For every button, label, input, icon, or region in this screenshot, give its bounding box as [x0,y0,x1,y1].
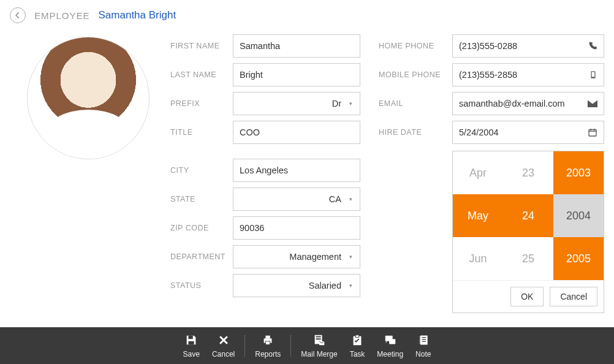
first-name-field[interactable]: Samantha [233,34,360,58]
page-title: Samantha Bright [99,9,176,21]
zip-label: ZIP CODE [170,224,227,232]
dp-year-2[interactable]: 2005 [553,237,604,280]
close-icon [218,333,230,347]
chevron-down-icon: ▾ [347,282,354,289]
dp-day-0[interactable]: 23 [503,151,553,194]
title-field[interactable]: COO [233,121,360,144]
dp-month-0[interactable]: Apr [453,151,503,194]
svg-rect-3 [189,336,193,339]
department-select[interactable]: Management▾ [233,245,360,268]
city-label: CITY [170,166,227,175]
svg-point-22 [419,343,420,344]
note-icon [417,333,430,347]
svg-point-21 [419,341,420,342]
page-header: EMPLOYEE Samantha Bright [0,0,614,31]
reports-button[interactable]: Reports [249,333,287,358]
svg-rect-14 [389,339,395,344]
meeting-icon [384,333,397,347]
zip-field[interactable]: 90036 [233,216,360,240]
status-select[interactable]: Salaried▾ [233,274,360,297]
dp-year-1[interactable]: 2004 [553,194,604,237]
meeting-button[interactable]: Meeting [371,333,409,358]
svg-rect-15 [420,336,428,345]
mailmerge-icon [313,333,326,347]
svg-rect-18 [422,341,426,342]
svg-rect-6 [266,336,270,339]
email-label: EMAIL [379,99,446,108]
svg-rect-7 [266,341,270,345]
date-picker-cancel-button[interactable]: Cancel [550,287,597,306]
mobile-phone-field[interactable]: (213)555-2858 [452,63,604,86]
department-label: DEPARTMENT [170,252,227,261]
date-picker-ok-button[interactable]: OK [510,287,544,306]
city-field[interactable]: Los Angeles [233,159,360,182]
dp-month-1[interactable]: May [453,194,503,237]
home-phone-label: HOME PHONE [379,42,446,50]
dp-year-0[interactable]: 2003 [553,151,604,194]
note-button[interactable]: Note [409,333,437,358]
dp-day-1[interactable]: 24 [503,194,553,237]
bottom-toolbar: Save Cancel Reports Mail Merge Task Meet… [0,327,614,364]
svg-point-20 [419,339,420,340]
dp-month-2[interactable]: Jun [453,237,503,280]
task-icon [351,333,364,347]
section-label: EMPLOYEE [34,10,90,21]
email-field[interactable]: samanthab@dx-email.com [452,92,604,115]
chevron-down-icon: ▾ [347,254,354,260]
first-name-label: FIRST NAME [170,42,227,50]
date-picker: Apr 23 2003 May 24 2004 Jun 25 2005 OK C… [452,151,604,313]
save-icon [184,333,198,347]
svg-rect-16 [422,337,426,338]
svg-rect-17 [422,339,426,339]
svg-rect-10 [316,338,320,339]
save-button[interactable]: Save [177,333,206,358]
back-button[interactable] [10,7,26,23]
hire-date-field[interactable]: 5/24/2004 [452,121,604,144]
chevron-down-icon: ▾ [347,100,354,107]
printer-icon [261,333,275,347]
prefix-label: PREFIX [170,99,227,108]
last-name-label: LAST NAME [170,70,227,79]
mobile-icon [589,70,597,80]
svg-rect-1 [592,72,595,77]
phone-icon [588,41,597,51]
task-button[interactable]: Task [344,333,371,358]
mail-icon [588,99,597,108]
status-label: STATUS [170,281,227,290]
calendar-icon [588,127,597,137]
svg-rect-2 [589,129,596,136]
chevron-down-icon: ▾ [347,196,354,202]
title-label: TITLE [170,128,227,137]
svg-rect-12 [355,335,359,338]
svg-rect-9 [316,336,320,338]
state-select[interactable]: CA▾ [233,188,360,211]
cancel-button[interactable]: Cancel [206,333,241,358]
last-name-field[interactable]: Bright [233,63,360,86]
svg-rect-4 [189,341,194,345]
prefix-select[interactable]: Dr▾ [233,92,360,115]
home-phone-field[interactable]: (213)555-0288 [452,34,604,58]
state-label: STATE [170,195,227,203]
avatar [27,37,150,159]
mailmerge-button[interactable]: Mail Merge [295,333,343,358]
mobile-phone-label: MOBILE PHONE [379,70,446,79]
hire-date-label: HIRE DATE [379,128,446,137]
dp-day-2[interactable]: 25 [503,237,553,280]
svg-point-19 [419,336,420,338]
